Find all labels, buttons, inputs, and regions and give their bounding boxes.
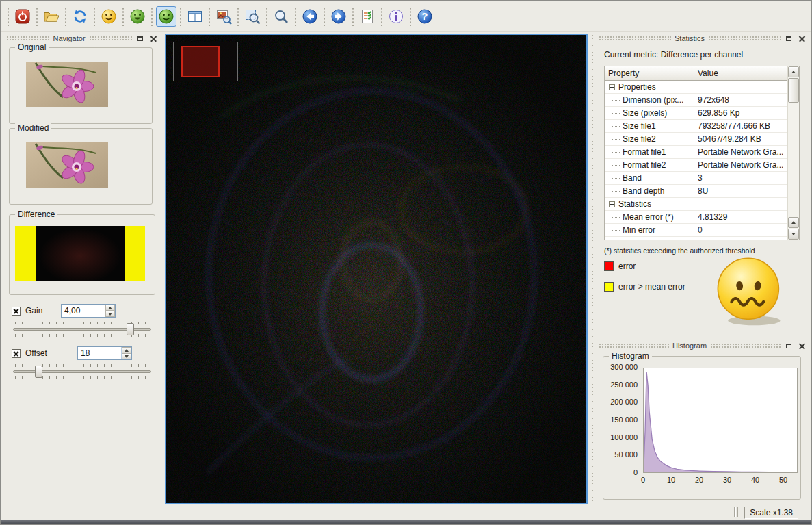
table-row[interactable]: Format file1Portable Network Gra...: [605, 146, 799, 159]
image-zoom-button[interactable]: [213, 6, 234, 27]
table-row[interactable]: Properties: [605, 81, 799, 94]
main-toolbar: ?: [1, 1, 811, 32]
table-row[interactable]: Dimension (pix...972x648: [605, 94, 799, 107]
fit-magnifier-icon: [244, 8, 261, 25]
gain-checkbox[interactable]: [12, 307, 21, 316]
split-view-icon: [187, 8, 203, 25]
scrollbar-thumb[interactable]: [788, 78, 799, 103]
toolbar-handle[interactable]: [35, 7, 39, 26]
splitter-handle[interactable]: [590, 34, 594, 504]
offset-checkbox[interactable]: [12, 349, 21, 358]
gain-spin-down[interactable]: [105, 311, 115, 317]
folder-open-icon: [43, 8, 60, 25]
scroll-down-button[interactable]: [788, 229, 799, 240]
gain-slider[interactable]: [13, 321, 151, 337]
show-difference-button[interactable]: [156, 6, 176, 27]
table-row[interactable]: Band depth8U: [605, 185, 799, 198]
modified-thumbnail[interactable]: [26, 142, 108, 188]
table-scrollbar[interactable]: [787, 66, 799, 240]
difference-image: [166, 35, 586, 503]
offset-value: 18: [78, 347, 121, 359]
collapse-icon[interactable]: [609, 84, 615, 90]
fit-to-window-button[interactable]: [242, 6, 263, 27]
gain-spinbox[interactable]: 4,00: [61, 304, 116, 318]
histogram-curve: [644, 368, 797, 472]
scroll-up-button-bottom[interactable]: [788, 217, 799, 228]
about-button[interactable]: [386, 6, 406, 27]
table-row[interactable]: Size file250467/49.284 KB: [605, 133, 799, 146]
property-column-header[interactable]: Property: [605, 66, 694, 80]
statistics-panel: Statistics Current metric: Difference pe…: [597, 34, 808, 341]
info-icon: [388, 8, 404, 25]
metrics-button[interactable]: [357, 6, 378, 27]
show-modified-button[interactable]: [127, 6, 148, 27]
table-row[interactable]: Format file2Portable Network Gra...: [605, 159, 799, 172]
status-bar: Scale x1.38: [1, 504, 811, 520]
table-row[interactable]: Band3: [605, 172, 799, 185]
toolbar-handle[interactable]: [6, 7, 10, 26]
statistics-close-button[interactable]: [797, 34, 807, 43]
back-arrow-icon: [302, 8, 318, 25]
offset-label: Offset: [25, 348, 77, 358]
dual-panel-button[interactable]: [185, 6, 205, 27]
help-button[interactable]: ?: [415, 6, 435, 27]
quit-button[interactable]: [12, 6, 33, 27]
toolbar-handle[interactable]: [265, 7, 269, 26]
statistics-float-button[interactable]: [784, 34, 794, 43]
show-original-button[interactable]: [99, 6, 119, 27]
toolbar-handle[interactable]: [322, 7, 326, 26]
scroll-up-button[interactable]: [788, 66, 799, 77]
statistics-titlebar: Statistics: [597, 34, 808, 43]
previous-image-button[interactable]: [300, 6, 320, 27]
difference-smiley-icon: [158, 8, 174, 25]
visible-region-rect[interactable]: [181, 46, 220, 77]
table-row[interactable]: Mean error (*)4.81329: [605, 211, 799, 224]
table-row[interactable]: Statistics: [605, 198, 799, 211]
refresh-icon: [72, 8, 88, 25]
toolbar-handle[interactable]: [179, 7, 183, 26]
zoom-actual-size-button[interactable]: [271, 6, 291, 27]
original-thumbnail[interactable]: [26, 62, 108, 107]
image-magnifier-icon: [215, 8, 232, 25]
close-icon: [150, 36, 157, 42]
modified-group-label: Modified: [15, 123, 51, 133]
toolbar-handle[interactable]: [293, 7, 298, 26]
navigator-float-button[interactable]: [135, 34, 145, 43]
toolbar-handle[interactable]: [64, 7, 68, 26]
reload-button[interactable]: [70, 6, 90, 27]
offset-spin-down[interactable]: [122, 353, 131, 359]
difference-image-view[interactable]: [165, 34, 588, 504]
table-row[interactable]: Min error0: [605, 224, 799, 237]
toolbar-handle[interactable]: [351, 7, 355, 26]
open-files-button[interactable]: [41, 6, 62, 27]
collapse-icon[interactable]: [609, 201, 615, 207]
next-image-button[interactable]: [328, 6, 349, 27]
gain-slider-handle[interactable]: [127, 323, 134, 335]
offset-slider-handle[interactable]: [35, 366, 42, 378]
toolbar-handle[interactable]: [121, 7, 125, 26]
gain-spin-up[interactable]: [105, 305, 115, 311]
toolbar-handle[interactable]: [92, 7, 96, 26]
histogram-float-button[interactable]: [784, 342, 794, 350]
toolbar-handle[interactable]: [380, 7, 384, 26]
toolbar-handle[interactable]: [408, 7, 412, 26]
navigator-panel: Navigator Original Modified Difference: [5, 34, 159, 504]
offset-slider[interactable]: [13, 363, 151, 380]
up-arrow-icon: [125, 349, 129, 352]
value-column-header[interactable]: Value: [694, 66, 799, 80]
toolbar-handle[interactable]: [236, 7, 240, 26]
difference-thumbnail[interactable]: [15, 226, 145, 281]
offset-spin-up[interactable]: [122, 347, 131, 353]
table-row[interactable]: Size file1793258/774.666 KB: [605, 120, 799, 133]
offset-spinbox[interactable]: 18: [77, 346, 132, 360]
toolbar-handle[interactable]: [150, 7, 154, 26]
original-group-label: Original: [15, 42, 49, 52]
help-icon: ?: [417, 8, 433, 25]
up-arrow-icon: [791, 221, 796, 224]
histogram-close-button[interactable]: [797, 342, 807, 350]
navigator-close-button[interactable]: [148, 34, 158, 43]
toolbar-handle[interactable]: [207, 7, 211, 26]
float-icon: [786, 344, 791, 348]
table-row[interactable]: Size (pixels)629.856 Kp: [605, 107, 799, 120]
magnifier-icon: [273, 8, 289, 25]
